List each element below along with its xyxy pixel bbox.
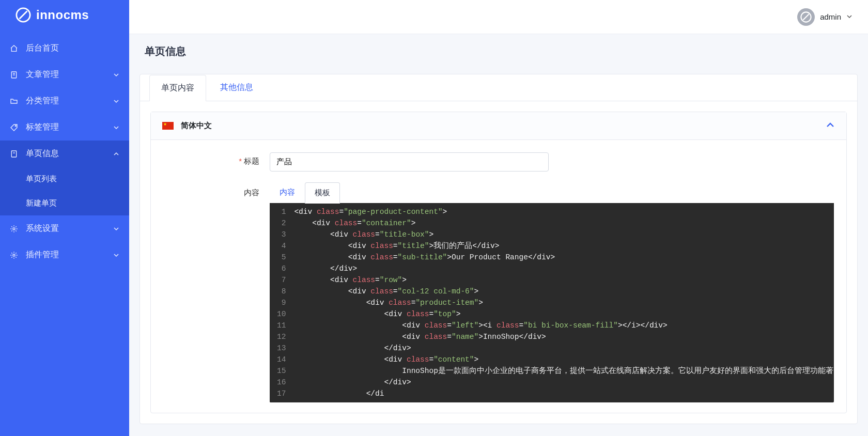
sidebar-item-label: 分类管理 xyxy=(26,96,105,106)
form-row-content: 内容 内容模板 1 2 3 4 5 6 7 8 9 10 11 12 13 14… xyxy=(163,182,834,402)
sidebar-item-2[interactable]: 分类管理 xyxy=(0,88,129,114)
chevron-down-icon xyxy=(113,252,120,259)
required-asterisk: * xyxy=(239,157,242,165)
chevron-down-icon[interactable] xyxy=(846,12,853,21)
content-label: 内容 xyxy=(163,182,270,198)
content-subtab-1[interactable]: 模板 xyxy=(305,182,340,204)
brand[interactable]: innocms xyxy=(0,0,129,30)
document-icon xyxy=(9,70,19,80)
sidebar-item-6[interactable]: 插件管理 xyxy=(0,242,129,268)
language-panel: 简体中文 *标题 xyxy=(150,112,847,413)
flag-icon xyxy=(162,122,174,130)
folder-icon xyxy=(9,97,19,106)
sidebar-item-label: 文章管理 xyxy=(26,69,105,80)
home-icon xyxy=(9,44,19,53)
sidebar: innocms 后台首页文章管理分类管理标签管理单页信息单页列表新建单页系统设置… xyxy=(0,0,129,436)
gear-icon xyxy=(9,224,19,233)
chevron-down-icon xyxy=(113,124,120,131)
form-area: *标题 内容 内容模板 1 2 xyxy=(151,140,846,402)
svg-point-9 xyxy=(13,254,15,256)
title-label: *标题 xyxy=(163,152,270,166)
content-card: 单页内容其他信息 简体中文 xyxy=(140,74,858,424)
title-input[interactable] xyxy=(270,152,549,172)
chevron-down-icon xyxy=(113,98,120,105)
user-name[interactable]: admin xyxy=(820,12,841,21)
svg-line-11 xyxy=(803,14,809,20)
code-gutter: 1 2 3 4 5 6 7 8 9 10 11 12 13 14 15 16 1… xyxy=(270,203,291,402)
form-row-title: *标题 xyxy=(163,152,834,172)
chevron-up-icon xyxy=(113,150,120,158)
main: admin 单页信息 单页内容其他信息 简体中文 xyxy=(129,0,868,436)
svg-point-8 xyxy=(13,228,15,230)
sidebar-item-5[interactable]: 系统设置 xyxy=(0,215,129,242)
sidebar-item-label: 插件管理 xyxy=(26,250,105,260)
svg-line-1 xyxy=(20,11,27,19)
page-icon xyxy=(9,149,19,159)
chevron-up-icon xyxy=(826,120,835,131)
sidebar-item-label: 系统设置 xyxy=(26,223,105,234)
sidebar-item-3[interactable]: 标签管理 xyxy=(0,114,129,141)
content-subtab-0[interactable]: 内容 xyxy=(270,182,305,203)
nav: 后台首页文章管理分类管理标签管理单页信息单页列表新建单页系统设置插件管理 xyxy=(0,30,129,268)
chevron-down-icon xyxy=(113,71,120,79)
sidebar-item-label: 单页信息 xyxy=(26,148,105,159)
tab-1[interactable]: 其他信息 xyxy=(208,74,265,101)
page-title: 单页信息 xyxy=(129,34,868,64)
code-content[interactable]: <div class="page-product-content"> <div … xyxy=(291,203,834,402)
tag-icon xyxy=(9,123,19,132)
brand-logo-icon xyxy=(16,7,31,23)
chevron-down-icon xyxy=(113,225,120,232)
sidebar-item-label: 后台首页 xyxy=(26,43,120,54)
content-subtabs: 内容模板 xyxy=(270,182,834,203)
gear-icon xyxy=(9,251,19,260)
sidebar-item-0[interactable]: 后台首页 xyxy=(0,35,129,61)
language-panel-header[interactable]: 简体中文 xyxy=(151,112,846,140)
sidebar-item-1[interactable]: 文章管理 xyxy=(0,61,129,88)
main-tabs: 单页内容其他信息 xyxy=(140,74,857,101)
tab-0[interactable]: 单页内容 xyxy=(149,75,206,101)
sidebar-subitem-4-1[interactable]: 新建单页 xyxy=(0,191,129,215)
sidebar-item-label: 标签管理 xyxy=(26,122,105,133)
svg-rect-6 xyxy=(11,151,16,157)
code-editor[interactable]: 1 2 3 4 5 6 7 8 9 10 11 12 13 14 15 16 1… xyxy=(270,203,834,402)
sidebar-item-4[interactable]: 单页信息 xyxy=(0,141,129,167)
language-label: 简体中文 xyxy=(181,121,212,131)
avatar[interactable] xyxy=(797,8,815,26)
topbar: admin xyxy=(129,0,868,34)
sidebar-subitem-4-0[interactable]: 单页列表 xyxy=(0,167,129,191)
svg-point-5 xyxy=(15,125,16,126)
brand-name: innocms xyxy=(36,8,89,22)
